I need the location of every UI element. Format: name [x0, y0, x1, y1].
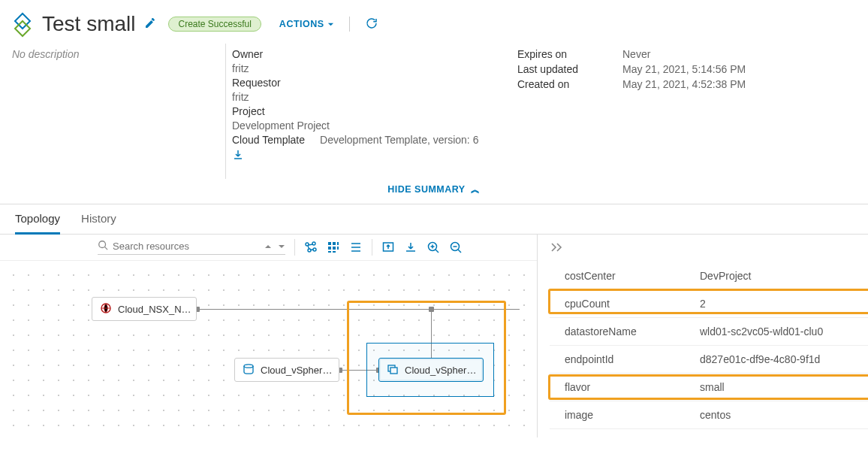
project-label: Project: [232, 105, 265, 117]
property-value: d827e01c-df9e-4c80-9f1d: [700, 353, 868, 365]
property-value: DevProject: [700, 270, 868, 282]
expires-label: Expires on: [517, 48, 600, 60]
divider: [225, 44, 226, 179]
canvas-toolbar: [0, 235, 537, 261]
node-label: Cloud_vSpher…: [405, 365, 476, 376]
properties-panel: costCenter DevProject cpuCount 2 datasto…: [538, 235, 868, 437]
requestor-label: Requestor: [232, 77, 281, 89]
page-title: Test small: [42, 12, 135, 36]
table-row[interactable]: endpointId d827e01c-df9e-4c80-9f1d: [550, 346, 868, 374]
divider: [294, 239, 295, 256]
page-header: Test small Create Successful ACTIONS: [0, 0, 868, 44]
chevron-up-icon: ︽: [468, 184, 480, 195]
last-updated-value: May 21, 2021, 5:14:56 PM: [622, 63, 746, 75]
svg-point-0: [99, 241, 106, 248]
vm-icon: [387, 363, 399, 377]
work-area: Cloud_NSX_N… Cloud_vSpher… Cloud_vSpher……: [0, 235, 868, 437]
tab-topology[interactable]: Topology: [15, 209, 60, 235]
fit-screen-icon[interactable]: [381, 241, 395, 254]
connector: [197, 309, 520, 310]
hide-summary-toggle[interactable]: HIDE SUMMARY ︽: [0, 179, 868, 204]
tab-bar: Topology History: [0, 204, 868, 235]
node-label: Cloud_vSpher…: [261, 365, 332, 376]
svg-point-1: [306, 243, 309, 246]
svg-point-17: [244, 364, 253, 367]
table-row[interactable]: cpuCount 2: [550, 290, 868, 318]
search-prev-icon[interactable]: [264, 241, 272, 253]
chevron-down-icon: [327, 21, 334, 28]
node-label: Cloud_NSX_N…: [118, 304, 191, 315]
created-label: Created on: [517, 78, 600, 90]
requestor-value: fritz: [232, 91, 249, 103]
cloud-template-label: Cloud Template: [232, 134, 305, 146]
connector-endpoint: [429, 307, 434, 312]
divider: [372, 239, 372, 256]
created-value: May 21, 2021, 4:52:38 PM: [622, 78, 746, 90]
expires-value: Never: [622, 48, 746, 60]
search-next-icon[interactable]: [278, 241, 285, 253]
table-row[interactable]: flavor small: [550, 374, 868, 401]
property-key: image: [550, 409, 700, 421]
property-value: centos: [700, 409, 868, 421]
table-row[interactable]: costCenter DevProject: [550, 262, 868, 290]
summary-meta: Expires on Last updated Created on Never…: [517, 44, 868, 179]
download-canvas-icon[interactable]: [404, 241, 417, 254]
svg-rect-8: [328, 247, 331, 250]
owner-label: Owner: [232, 48, 263, 60]
node-cloud-vsphere-disk[interactable]: Cloud_vSpher…: [234, 358, 339, 382]
divider: [349, 17, 350, 32]
svg-rect-19: [390, 368, 397, 374]
project-value: Development Project: [232, 120, 330, 132]
cloud-template-value: Development Template, version: 6: [320, 134, 478, 146]
node-cloud-vsphere-machine[interactable]: Cloud_vSpher…: [378, 358, 484, 382]
property-key: endpointId: [550, 353, 700, 365]
property-value: wld01-sc2vc05-wld01-clu0: [700, 325, 868, 337]
canvas-column: Cloud_NSX_N… Cloud_vSpher… Cloud_vSpher…: [0, 235, 538, 437]
status-badge: Create Successful: [168, 17, 261, 32]
svg-point-4: [313, 248, 316, 251]
view-list-icon[interactable]: [349, 241, 363, 254]
edit-title-icon[interactable]: [141, 17, 159, 32]
network-icon: [100, 302, 112, 316]
zoom-out-icon[interactable]: [449, 241, 463, 254]
svg-rect-11: [328, 251, 331, 253]
collapse-panel-icon[interactable]: [550, 239, 868, 262]
last-updated-label: Last updated: [517, 63, 600, 75]
table-row[interactable]: datastoreName wld01-sc2vc05-wld01-clu0: [550, 318, 868, 346]
summary-properties: Owner fritz Requestor fritz Project Deve…: [232, 44, 517, 179]
search-icon: [98, 240, 108, 253]
property-key: costCenter: [550, 270, 700, 282]
property-value: 2: [700, 298, 868, 310]
refresh-icon[interactable]: [365, 17, 378, 32]
view-topology-icon[interactable]: [304, 241, 318, 254]
property-key: flavor: [550, 381, 700, 393]
node-cloud-nsx[interactable]: Cloud_NSX_N…: [92, 297, 197, 321]
view-grid-icon[interactable]: [327, 241, 340, 254]
property-key: cpuCount: [550, 298, 700, 310]
svg-rect-9: [333, 247, 336, 250]
disk-icon: [243, 363, 255, 377]
download-icon[interactable]: [232, 149, 244, 163]
svg-rect-7: [337, 242, 339, 245]
search-resources[interactable]: [98, 240, 285, 255]
topology-canvas[interactable]: Cloud_NSX_N… Cloud_vSpher… Cloud_vSpher…: [0, 262, 537, 437]
svg-rect-5: [328, 242, 331, 245]
description: No description: [0, 44, 225, 179]
svg-rect-10: [337, 247, 339, 250]
properties-table: costCenter DevProject cpuCount 2 datasto…: [550, 262, 868, 429]
tab-history[interactable]: History: [81, 209, 116, 234]
svg-rect-12: [333, 251, 336, 253]
owner-value: fritz: [232, 62, 249, 74]
table-row[interactable]: image centos: [550, 401, 868, 429]
property-key: datastoreName: [550, 325, 700, 337]
search-input[interactable]: [113, 241, 248, 252]
svg-rect-6: [333, 242, 336, 245]
vrealize-logo-icon: [9, 11, 36, 38]
actions-dropdown[interactable]: ACTIONS: [279, 19, 334, 29]
zoom-in-icon[interactable]: [426, 241, 440, 254]
property-value: small: [700, 381, 868, 393]
summary-section: No description Owner fritz Requestor fri…: [0, 44, 868, 179]
